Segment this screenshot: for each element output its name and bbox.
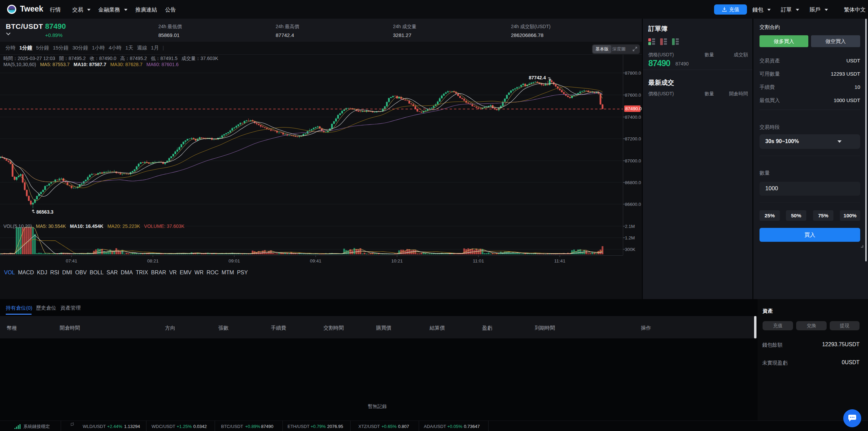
svg-text:87000.0: 87000.0 [625,158,641,163]
svg-text:86600.0: 86600.0 [625,202,641,207]
svg-text:87490.0: 87490.0 [625,106,642,111]
svg-text:86800.0: 86800.0 [625,180,641,185]
svg-text:11:01: 11:01 [473,258,484,263]
svg-text:11:41: 11:41 [554,258,566,263]
svg-text:08:21: 08:21 [147,258,159,263]
svg-text:87800.0: 87800.0 [625,71,641,76]
svg-text:09:01: 09:01 [229,258,240,263]
svg-text:86563.3: 86563.3 [36,209,54,215]
svg-text:87600.0: 87600.0 [625,93,641,98]
svg-text:2.1M: 2.1M [625,224,635,229]
svg-text:10:21: 10:21 [391,258,403,263]
svg-text:300K: 300K [625,247,635,252]
svg-text:87200.0: 87200.0 [625,136,641,141]
svg-text:07:41: 07:41 [66,258,77,263]
svg-text:1.2M: 1.2M [625,235,635,240]
svg-text:87742.4: 87742.4 [529,75,546,80]
svg-text:87400.0: 87400.0 [625,115,641,120]
svg-text:09:41: 09:41 [310,258,321,263]
